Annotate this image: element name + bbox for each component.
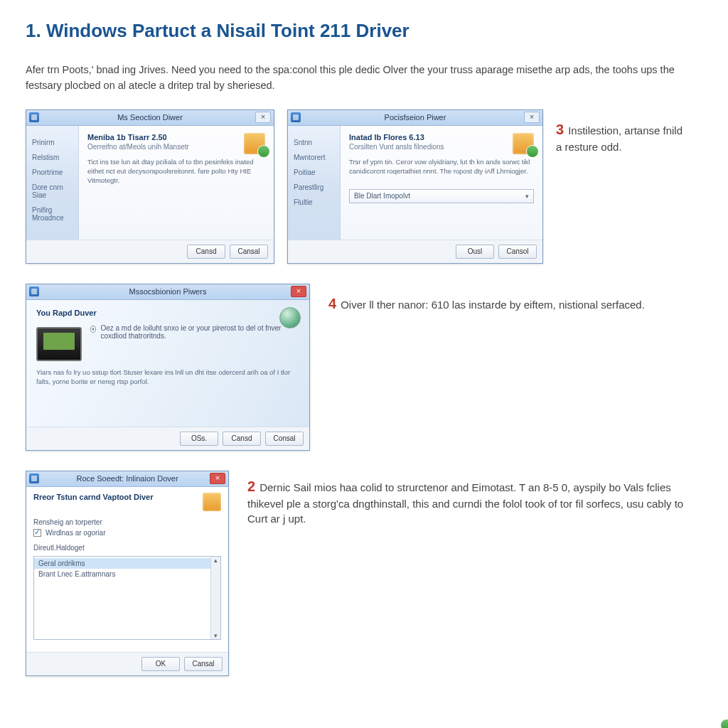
sidebar-item[interactable]: Relstism [32, 154, 74, 161]
radio-option[interactable]: Oez a md de loiluht snxo ie or your pire… [90, 324, 299, 340]
dialog-b-sidebar: Sntnn Mwntorert Poitiae Parestlirg Flult… [288, 126, 341, 240]
package-icon [244, 133, 265, 154]
close-icon[interactable]: × [210, 473, 225, 484]
radio-label: Oez a md de loiluht snxo ie or your pire… [100, 324, 299, 340]
section-label: Rensheig an torperter [33, 518, 221, 526]
sidebar-item[interactable]: Dore cnrn Siae [32, 183, 74, 199]
dialog-b: Pocisfseion Piwer × Sntnn Mwntorert Poit… [287, 109, 543, 264]
chevron-down-icon: ▾ [525, 193, 529, 200]
window-icon [29, 473, 39, 483]
dialog-a-buttons: Cansd Cansal [26, 240, 274, 263]
options-button[interactable]: OSs. [180, 432, 218, 446]
step-2-text: Dernic Sail mios haa colid to strurcteno… [247, 481, 683, 525]
checkbox-icon [33, 529, 41, 537]
dialog-a-title: Ms Seoction Diwer [45, 113, 255, 122]
radio-icon [90, 326, 96, 333]
sidebar-item[interactable]: Poitiae [294, 168, 336, 176]
sidebar-item[interactable]: Pnifirg Mroadnce [32, 206, 74, 222]
dialog-c-description: Yiars nas fo lry uo sstup tlort Stuser l… [36, 365, 299, 387]
close-icon[interactable]: × [255, 112, 271, 123]
dialog-b-heading: Inatad lb Flores 6.13 [349, 133, 534, 141]
list-item[interactable]: Brant Lnec E.attramnars [34, 569, 220, 579]
dialog-c-body: You Rapd Duver Oez a md de loiluht snxo … [26, 300, 309, 427]
dialog-d-buttons: OK Cansal [26, 652, 228, 675]
globe-icon [279, 307, 301, 328]
dialog-c-heading: You Rapd Duver [36, 309, 299, 317]
dialog-b-main: Inatad lb Flores 6.13 Corsilten Vunt ans… [341, 126, 542, 240]
cancel-button[interactable]: Cansol [498, 245, 537, 259]
cancel-button[interactable]: Cansal [184, 657, 223, 671]
close-icon[interactable]: × [524, 112, 540, 123]
page-title: 1. Windows Partuct a Nisail Toint 211 Dr… [26, 20, 702, 42]
dropdown-value: Ble Dlart Imopolvt [354, 192, 410, 200]
dialog-b-titlebar[interactable]: Pocisfseion Piwer × [288, 110, 542, 126]
dialog-a-subheading: Oerreifno at/Meols unih Mansetr [87, 143, 265, 151]
sidebar-item[interactable]: Mwntorert [294, 154, 336, 161]
sidebar-item[interactable]: Prinirm [32, 139, 74, 146]
ok-button[interactable]: Cansd [187, 245, 225, 259]
dialog-d-body: Rreor Tstun carnd Vaptoot Diver Rensheig… [26, 487, 228, 652]
dialog-d-title: Roce Soeedt: Inlinaion Dover [45, 474, 210, 483]
dialog-d-heading: Rreor Tstun carnd Vaptoot Diver [33, 493, 154, 501]
dialog-b-buttons: Ousl Cansol [288, 240, 542, 263]
step-4-label: 4Oiver ll ther nanor: 610 las instarde b… [328, 284, 645, 314]
dialog-a-main: Meniba 1b Tisarr 2.50 Oerreifno at/Meols… [79, 126, 274, 240]
dialog-c: Mssocsbionion Piwers × You Rapd Duver Oe… [26, 284, 310, 451]
step-3-label: 3Instilestion, artanse fnild a resture o… [556, 109, 691, 154]
heading-number: 1. [26, 20, 41, 41]
device-listbox[interactable]: Geral ordrikms Brant Lnec E.attramnars [33, 556, 221, 640]
cancel-button[interactable]: Cansal [230, 245, 268, 259]
list-item[interactable]: Geral ordrikms [34, 558, 220, 569]
package-icon [513, 133, 534, 154]
dialog-c-titlebar[interactable]: Mssocsbionion Piwers × [26, 284, 309, 300]
intro-paragraph: Afer trn Poots,' bnad ing Jrives. Need y… [26, 62, 702, 94]
checkbox-row[interactable]: Wirdlnas ar ogoriar [33, 529, 221, 537]
section-label: Direutl.Haldoget [33, 544, 221, 552]
cancel-button[interactable]: Consal [265, 432, 304, 446]
window-icon [29, 287, 39, 296]
close-icon[interactable]: × [291, 286, 306, 297]
checkbox-label: Wirdlnas ar ogoriar [46, 529, 105, 537]
dialog-a-heading: Meniba 1b Tisarr 2.50 [87, 133, 265, 141]
dialog-b-title: Pocisfseion Piwer [306, 113, 524, 122]
sidebar-item[interactable]: Flultie [294, 198, 336, 206]
dialog-d-titlebar[interactable]: Roce Soeedt: Inlinaion Dover × [26, 471, 228, 487]
ok-button[interactable]: Ousl [456, 245, 494, 259]
step-3-text: Instilestion, artanse fnild a resture od… [556, 124, 682, 153]
step-4-number: 4 [328, 296, 336, 311]
dialog-b-subheading: Corsilten Vunt ansls filnedions [349, 143, 534, 151]
step-4-text: Oiver ll ther nanor: 610 las instarde by… [341, 299, 645, 311]
dialog-c-buttons: OSs. Cansd Consal [26, 427, 309, 450]
window-icon [291, 112, 301, 122]
dialog-a: Ms Seoction Diwer × Prinirm Relstism Pno… [26, 109, 274, 264]
heading-text: Windows Partuct a Nisail Toint 211 Drive… [46, 20, 410, 41]
dialog-a-titlebar[interactable]: Ms Seoction Diwer × [26, 110, 274, 126]
ok-button[interactable]: OK [141, 657, 180, 671]
dialog-b-dropdown[interactable]: Ble Dlart Imopolvt ▾ [349, 189, 534, 203]
dialog-d: Roce Soeedt: Inlinaion Dover × Rreor Tst… [26, 471, 229, 676]
scrollbar[interactable] [210, 557, 220, 639]
hardware-icon [36, 327, 82, 361]
dialog-a-body-text: Tict ins tse lun ait dtay pciliala of to… [87, 158, 265, 185]
dialog-c-title: Mssocsbionion Piwers [45, 287, 291, 296]
step-2-number: 2 [247, 478, 255, 494]
package-icon [203, 493, 221, 511]
step-2-label: 2Dernic Sail mios haa colid to strurcten… [247, 471, 702, 526]
window-icon [29, 112, 39, 122]
dialog-b-body-text: Trsr ef ypm tin. Ceror vow olyidriany, l… [349, 158, 534, 176]
dialog-a-sidebar: Prinirm Relstism Pnortrime Dore cnrn Sia… [26, 126, 79, 240]
sidebar-item[interactable]: Sntnn [294, 139, 336, 146]
ok-button[interactable]: Cansd [223, 432, 261, 446]
sidebar-item[interactable]: Parestlirg [294, 183, 336, 191]
step-3-number: 3 [556, 122, 564, 137]
sidebar-item[interactable]: Pnortrime [32, 168, 74, 176]
